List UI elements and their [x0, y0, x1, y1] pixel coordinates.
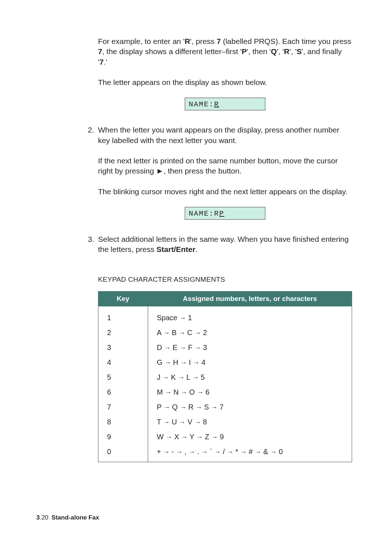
cell-key: 1 [98, 306, 148, 326]
cell-assignments: A → B → C → 2 [148, 325, 352, 340]
footer-title: Stand-alone Fax [52, 514, 99, 521]
text: For example, to enter an ' [98, 37, 185, 45]
text: ', ' [289, 47, 297, 56]
cell-key: 5 [98, 370, 148, 385]
page-body: For example, to enter an 'R', press 7 (l… [0, 0, 392, 484]
step-number: 2. [88, 125, 94, 135]
bold-key: Start/Enter [156, 245, 195, 253]
text: , then press the button. [164, 167, 242, 175]
cell-assignments: P → Q → R → S → 7 [148, 400, 352, 415]
step-text: When the letter you want appears on the … [98, 126, 339, 144]
bold-char: P [242, 47, 247, 56]
text: ', press [190, 37, 217, 45]
page-number: 3.20 [36, 514, 48, 521]
table-row: 0+ → - → , → . → ` → / → * → # → & → 0 [98, 444, 352, 462]
paragraph-example: For example, to enter an 'R', press 7 (l… [98, 36, 352, 67]
lcd-text: NAME:R [189, 209, 219, 218]
table-row: 7P → Q → R → S → 7 [98, 400, 352, 415]
cell-assignments: M → N → O → 6 [148, 385, 352, 400]
paragraph-letter-appears: The letter appears on the display as sho… [98, 77, 352, 87]
cell-key: 7 [98, 400, 148, 415]
cell-key: 9 [98, 429, 148, 444]
bold-char: 7 [99, 58, 104, 66]
cell-assignments: J → K → L → 5 [148, 370, 352, 385]
text: (labelled PRQS). Each time you press [221, 37, 351, 45]
table-row: 5J → K → L → 5 [98, 370, 352, 385]
cell-assignments: T → U → V → 8 [148, 415, 352, 429]
step-number: 3. [88, 234, 94, 244]
table-row: 1Space → 1 [98, 306, 352, 326]
cell-assignments: G → H → I → 4 [148, 355, 352, 370]
table-row: 6M → N → O → 6 [98, 385, 352, 400]
bold-char: Q [271, 47, 277, 56]
text: ', ' [277, 47, 284, 56]
cell-assignments: D → E → F → 3 [148, 340, 352, 355]
section-heading: KEYPAD CHARACTER ASSIGNMENTS [98, 275, 352, 284]
lcd-display: NAME:R [185, 98, 265, 110]
lcd-cursor-char: R [214, 100, 219, 109]
cell-key: 6 [98, 385, 148, 400]
cell-key: 0 [98, 444, 148, 462]
page-footer: 3.20 Stand-alone Fax [36, 514, 99, 521]
cell-key: 4 [98, 355, 148, 370]
text: .' [104, 58, 107, 66]
lcd-cursor-char: P [219, 209, 224, 218]
table-row: 2A → B → C → 2 [98, 325, 352, 340]
text: , the display shows a different letter–f… [102, 47, 242, 56]
text: ', then ' [247, 47, 271, 56]
lcd-display: NAME:RP [185, 207, 265, 220]
text: . [195, 245, 197, 253]
bold-char: R [284, 47, 289, 56]
cell-assignments: W → X → Y → Z → 9 [148, 429, 352, 444]
page-number-value: 20 [41, 514, 48, 521]
th-key: Key [98, 292, 148, 306]
keypad-table: Key Assigned numbers, letters, or charac… [98, 291, 352, 462]
bold-char: R [185, 37, 190, 45]
cell-key: 2 [98, 325, 148, 340]
cell-key: 8 [98, 415, 148, 429]
bold-char: 7 [217, 37, 221, 45]
lcd-text: NAME: [189, 100, 214, 109]
step-2: 2. When the letter you want appears on t… [98, 125, 352, 146]
th-assignments: Assigned numbers, letters, or characters [148, 292, 352, 306]
table-row: 3D → E → F → 3 [98, 340, 352, 355]
cell-key: 3 [98, 340, 148, 355]
cell-assignments: Space → 1 [148, 306, 352, 326]
content-column: For example, to enter an 'R', press 7 (l… [98, 36, 352, 462]
bold-char: 7 [98, 47, 102, 56]
bold-char: S [297, 47, 302, 56]
paragraph-step2c: The blinking cursor moves right and the … [98, 187, 352, 197]
cell-assignments: + → - → , → . → ` → / → * → # → & → 0 [148, 444, 352, 462]
table-row: 4G → H → I → 4 [98, 355, 352, 370]
table-row: 9W → X → Y → Z → 9 [98, 429, 352, 444]
table-row: 8T → U → V → 8 [98, 415, 352, 429]
paragraph-step2b: If the next letter is printed on the sam… [98, 156, 352, 176]
right-arrow-icon: ► [156, 167, 164, 175]
step-3: 3. Select additional letters in the same… [98, 234, 352, 255]
text: Select additional letters in the same wa… [98, 235, 349, 253]
